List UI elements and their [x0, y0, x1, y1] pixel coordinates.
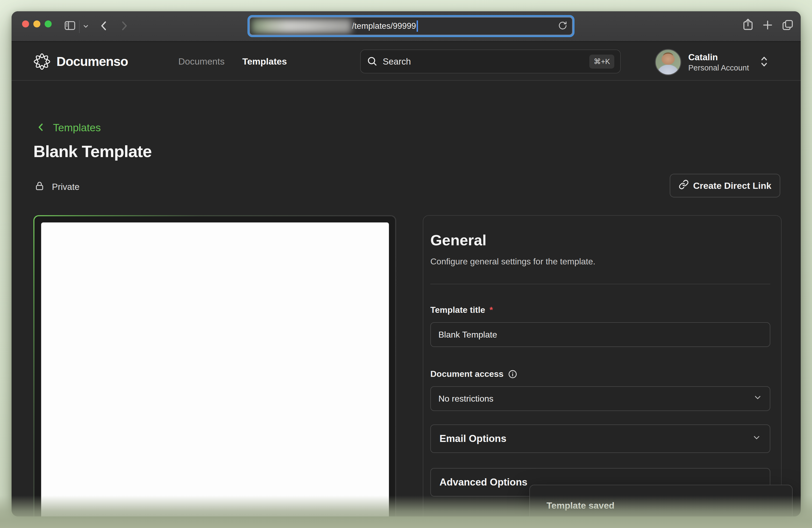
reload-icon[interactable] [557, 20, 568, 32]
chevron-left-icon [35, 121, 46, 134]
address-bar[interactable]: /templates/99999 [247, 15, 575, 37]
template-title-input[interactable] [430, 322, 770, 347]
blurred-url-domain [251, 19, 351, 33]
document-access-value: No restrictions [438, 394, 494, 404]
panel-description: Configure general settings for the templ… [430, 256, 770, 266]
nav-item-templates[interactable]: Templates [242, 56, 287, 67]
search-shortcut-badge: ⌘+K [589, 55, 614, 69]
tab-overview-icon[interactable] [781, 18, 794, 32]
document-preview-card [33, 215, 396, 516]
app-surface: Documenso Documents Templates ⌘+K Catali… [12, 42, 801, 516]
panel-title: General [430, 231, 770, 249]
zoom-window-button[interactable] [45, 20, 52, 27]
link-icon [679, 179, 689, 192]
required-asterisk: * [490, 305, 493, 315]
toolbar-divider [79, 20, 79, 33]
url-path-text: /templates/99999 [352, 21, 416, 31]
visibility-status: Private [34, 180, 79, 194]
global-search[interactable]: ⌘+K [360, 49, 621, 73]
panel-divider [430, 284, 770, 284]
toast-notification: Template saved Your templates has been s… [529, 485, 793, 516]
info-icon[interactable] [508, 369, 518, 379]
main-nav: Documents Templates [178, 42, 287, 81]
visibility-label: Private [52, 182, 79, 192]
account-menu[interactable]: Catalin Personal Account [655, 49, 769, 76]
document-access-label: Document access [430, 369, 770, 379]
new-tab-plus-icon[interactable] [761, 18, 774, 32]
app-header: Documenso Documents Templates ⌘+K Catali… [12, 42, 801, 81]
brand-name: Documenso [57, 54, 128, 69]
documenso-logo[interactable]: Documenso [33, 42, 128, 81]
documenso-rosette-icon [33, 53, 50, 70]
account-text: Catalin Personal Account [688, 52, 749, 73]
chevron-down-icon [753, 393, 762, 404]
sidebar-menu-chevron-down-icon[interactable] [82, 23, 89, 30]
sidebar-toggle-icon[interactable] [63, 19, 77, 32]
text-caret [417, 20, 418, 32]
breadcrumb-templates-link[interactable]: Templates [35, 121, 101, 134]
browser-window: /templates/99999 [12, 11, 801, 516]
toast-title: Template saved [547, 500, 775, 511]
document-access-select[interactable]: No restrictions [430, 386, 770, 411]
browser-toolbar: /templates/99999 [12, 11, 801, 42]
breadcrumb-label: Templates [53, 122, 101, 134]
chevrons-up-down-icon [759, 55, 769, 69]
email-options-label: Email Options [439, 433, 506, 444]
create-direct-link-button[interactable]: Create Direct Link [670, 174, 780, 197]
close-window-button[interactable] [22, 20, 29, 27]
forward-button[interactable] [116, 18, 131, 33]
search-icon [367, 56, 377, 68]
account-type: Personal Account [688, 63, 749, 73]
create-direct-link-label: Create Direct Link [693, 180, 771, 191]
minimize-window-button[interactable] [33, 20, 40, 27]
blank-document-page [41, 222, 389, 516]
lock-icon [34, 180, 45, 194]
avatar [655, 49, 681, 75]
advanced-options-label: Advanced Options [439, 476, 527, 488]
document-preview-frame [34, 216, 395, 516]
search-input[interactable] [383, 57, 584, 67]
share-icon[interactable] [741, 18, 755, 32]
chevron-down-icon [752, 433, 761, 445]
account-name: Catalin [688, 52, 749, 63]
email-options-section[interactable]: Email Options [430, 424, 770, 453]
page-title: Blank Template [33, 142, 152, 161]
template-title-label: Template title * [430, 305, 770, 315]
nav-item-documents[interactable]: Documents [178, 56, 224, 67]
back-button[interactable] [97, 18, 112, 33]
general-settings-panel: General Configure general settings for t… [423, 215, 782, 516]
